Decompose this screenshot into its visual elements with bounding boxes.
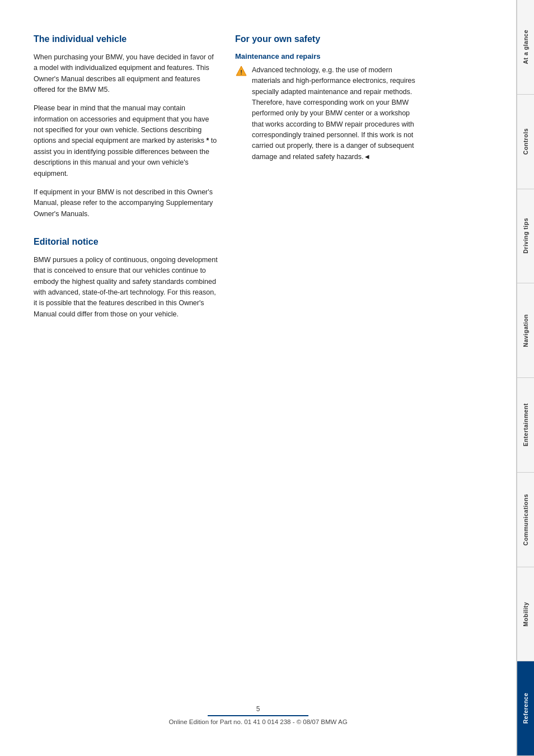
tab-mobility-label: Mobility bbox=[522, 602, 529, 627]
section2-p1: BMW pursues a policy of continuous, ongo… bbox=[34, 255, 218, 320]
svg-text:!: ! bbox=[240, 69, 242, 76]
section1-p2: Please bear in mind that the manual may … bbox=[34, 103, 218, 179]
tab-communications-label: Communications bbox=[522, 494, 529, 545]
section2-title: Editorial notice bbox=[34, 236, 218, 248]
tab-mobility[interactable]: Mobility bbox=[517, 567, 534, 662]
section1-p1: When purchasing your BMW, you have decid… bbox=[34, 52, 218, 96]
section1-title: The individual vehicle bbox=[34, 34, 218, 45]
section1-p3: If equipment in your BMW is not describe… bbox=[34, 187, 218, 220]
tab-communications[interactable]: Communications bbox=[517, 473, 534, 567]
tab-reference[interactable]: Reference bbox=[517, 661, 534, 756]
tab-driving-tips-label: Driving tips bbox=[522, 218, 529, 254]
tab-at-a-glance-label: At a glance bbox=[522, 30, 529, 64]
tab-navigation[interactable]: Navigation bbox=[517, 283, 534, 378]
footer-copyright: Online Edition for Part no. 01 41 0 014 … bbox=[0, 718, 516, 725]
tab-reference-label: Reference bbox=[522, 693, 529, 724]
right-column: For your own safety Maintenance and repa… bbox=[235, 34, 420, 328]
tab-controls-label: Controls bbox=[522, 128, 529, 155]
left-column: The individual vehicle When purchasing y… bbox=[34, 34, 218, 328]
footer-divider bbox=[208, 715, 308, 716]
tab-navigation-label: Navigation bbox=[522, 314, 529, 347]
main-content: The individual vehicle When purchasing y… bbox=[0, 0, 516, 756]
sidebar-tabs: At a glance Controls Driving tips Naviga… bbox=[516, 0, 534, 756]
tab-entertainment-label: Entertainment bbox=[522, 403, 529, 446]
page-number: 5 bbox=[0, 705, 516, 713]
maintenance-subsection-title: Maintenance and repairs bbox=[235, 52, 420, 60]
tab-driving-tips[interactable]: Driving tips bbox=[517, 189, 534, 284]
asterisk-symbol: * bbox=[207, 137, 209, 144]
page-footer: 5 Online Edition for Part no. 01 41 0 01… bbox=[0, 705, 516, 725]
tab-entertainment[interactable]: Entertainment bbox=[517, 378, 534, 473]
tab-at-a-glance[interactable]: At a glance bbox=[517, 0, 534, 95]
warning-icon: ! bbox=[235, 65, 247, 79]
tab-controls[interactable]: Controls bbox=[517, 95, 534, 189]
safety-section-title: For your own safety bbox=[235, 34, 420, 45]
warning-text: Advanced technology, e.g. the use of mod… bbox=[252, 65, 420, 162]
warning-block: ! Advanced technology, e.g. the use of m… bbox=[235, 65, 420, 162]
